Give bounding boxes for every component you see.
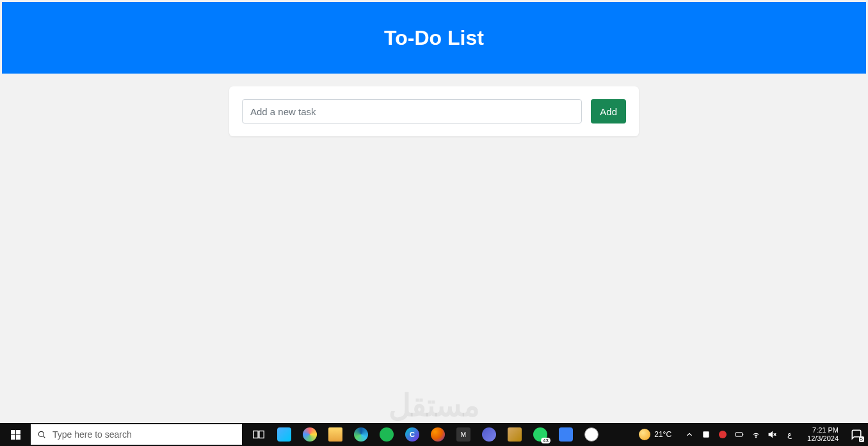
start-button[interactable] — [0, 423, 31, 446]
file-explorer-icon[interactable] — [324, 423, 347, 446]
taskbar-search[interactable] — [31, 424, 242, 445]
search-icon — [37, 430, 46, 439]
system-tray: ع — [678, 428, 801, 441]
app-m-icon[interactable]: M — [452, 423, 475, 446]
clock[interactable]: 7:21 PM 12/3/2024 — [801, 426, 845, 443]
chevron-up-icon[interactable] — [683, 428, 696, 441]
input-row: Add — [242, 99, 626, 123]
weather-temp: 21°C — [654, 430, 671, 439]
notification-badge: 5 — [859, 436, 864, 442]
app-blue-icon[interactable] — [554, 423, 577, 446]
battery-icon[interactable] — [733, 428, 746, 441]
firefox-icon[interactable] — [426, 423, 449, 446]
svg-marker-8 — [769, 432, 772, 437]
svg-rect-3 — [259, 431, 264, 438]
wifi-icon[interactable] — [750, 428, 762, 441]
teams-icon[interactable] — [478, 423, 501, 446]
whatsapp-icon[interactable]: 43 — [529, 423, 552, 446]
time-text: 7:21 PM — [807, 426, 839, 434]
taskbar: C M 43 21°C — [0, 423, 868, 446]
svg-rect-4 — [703, 431, 709, 437]
canva-icon[interactable]: C — [401, 423, 424, 446]
page-title: To-Do List — [384, 26, 484, 50]
add-button[interactable]: Add — [591, 99, 626, 123]
package-icon[interactable] — [503, 423, 526, 446]
svg-line-1 — [44, 436, 45, 438]
windows-icon — [11, 430, 20, 440]
content-area: Add — [2, 74, 866, 136]
watermark: مستقل — [389, 387, 480, 423]
badge-count: 43 — [541, 438, 551, 443]
volume-icon[interactable] — [766, 428, 779, 441]
spotify-icon[interactable] — [375, 423, 398, 446]
task-input[interactable] — [242, 99, 582, 123]
edge-icon[interactable] — [350, 423, 373, 446]
task-view-icon[interactable] — [247, 423, 270, 446]
chatgpt-icon[interactable] — [580, 423, 603, 446]
action-center-button[interactable]: 5 — [845, 423, 868, 446]
weather-widget[interactable]: 21°C — [632, 429, 678, 440]
taskbar-search-input[interactable] — [52, 429, 236, 440]
sun-icon — [639, 429, 650, 440]
app-header: To-Do List — [2, 2, 866, 74]
svg-rect-5 — [735, 433, 743, 436]
task-card: Add — [229, 86, 639, 136]
svg-rect-2 — [253, 431, 258, 438]
copilot-icon[interactable] — [298, 423, 321, 446]
svg-point-0 — [38, 431, 44, 436]
tray-app-icon[interactable] — [716, 428, 729, 441]
taskbar-apps: C M 43 — [242, 423, 603, 446]
dropbox-icon[interactable] — [700, 428, 712, 441]
svg-point-7 — [755, 437, 756, 438]
language-indicator[interactable]: ع — [783, 428, 796, 441]
date-text: 12/3/2024 — [807, 434, 839, 443]
store-icon[interactable] — [273, 423, 296, 446]
